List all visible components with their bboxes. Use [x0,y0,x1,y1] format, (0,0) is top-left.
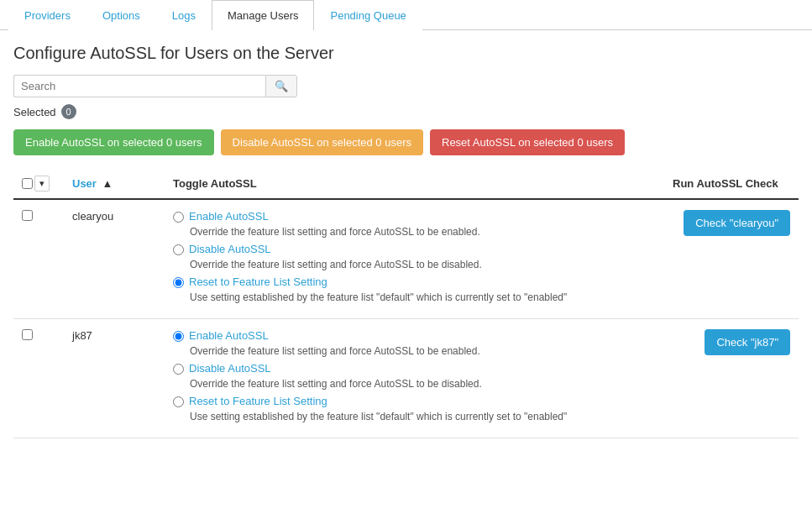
radio-desc-reset-jk87: Use setting established by the feature l… [190,411,656,422]
radio-enable-clearyou[interactable] [173,212,184,223]
radio-label-enable-jk87: Enable AutoSSL [189,329,269,342]
radio-desc-enable-jk87: Override the feature list setting and fo… [190,345,656,357]
radio-option-reset-jk87: Reset to Feature List Setting [173,395,656,407]
radio-disable-jk87[interactable] [173,364,184,375]
search-button[interactable]: 🔍 [265,75,297,97]
radio-option-disable-jk87: Disable AutoSSL [173,362,656,375]
users-table: ▾ User ▲ Toggle AutoSSL Run AutoSSL Chec… [13,169,799,438]
run-cell-clearyou: Check "clearyou" [664,199,799,319]
tab-options[interactable]: Options [86,0,156,30]
radio-desc-disable-jk87: Override the feature list setting and fo… [190,378,656,390]
run-cell-jk87: Check "jk87" [664,319,799,438]
radio-label-reset-clearyou: Reset to Feature List Setting [189,275,327,288]
th-toggle: Toggle AutoSSL [165,169,664,199]
selected-row: Selected 0 [13,104,799,119]
row-checkbox-cell-clearyou [13,199,64,319]
radio-disable-clearyou[interactable] [173,244,184,255]
radio-desc-disable-clearyou: Override the feature list setting and fo… [190,259,656,270]
radio-label-reset-jk87: Reset to Feature List Setting [189,395,327,407]
th-user[interactable]: User ▲ [64,169,165,199]
radio-enable-jk87[interactable] [173,331,184,342]
table-row: jk87Enable AutoSSLOverride the feature l… [13,319,799,438]
radio-desc-enable-clearyou: Override the feature list setting and fo… [190,226,656,238]
enable-autossl-button[interactable]: Enable AutoSSL on selected 0 users [13,129,214,155]
selected-label: Selected [13,106,56,118]
tab-pending-queue[interactable]: Pending Queue [314,0,422,30]
table-row: clearyouEnable AutoSSLOverride the featu… [13,199,799,319]
page-title: Configure AutoSSL for Users on the Serve… [13,44,799,63]
user-name-clearyou: clearyou [64,199,165,319]
user-col-header: User [72,177,97,190]
radio-reset-jk87[interactable] [173,396,184,407]
search-input[interactable] [13,75,265,97]
tab-manage-users[interactable]: Manage Users [212,0,315,30]
tab-bar: Providers Options Logs Manage Users Pend… [0,0,812,30]
selected-count-badge: 0 [61,104,76,119]
select-all-checkbox[interactable] [22,178,33,189]
search-row: 🔍 [13,75,799,97]
radio-label-disable-clearyou: Disable AutoSSL [189,243,271,255]
toggle-cell-jk87: Enable AutoSSLOverride the feature list … [165,319,664,438]
action-buttons: Enable AutoSSL on selected 0 users Disab… [13,129,799,155]
radio-option-disable-clearyou: Disable AutoSSL [173,243,656,255]
disable-autossl-button[interactable]: Disable AutoSSL on selected 0 users [221,129,423,155]
row-checkbox-jk87[interactable] [22,329,33,340]
user-name-jk87: jk87 [64,319,165,438]
radio-option-reset-clearyou: Reset to Feature List Setting [173,275,656,288]
check-button-clearyou[interactable]: Check "clearyou" [684,210,790,236]
radio-option-enable-clearyou: Enable AutoSSL [173,210,656,223]
sort-icon: ▲ [102,177,113,190]
th-run: Run AutoSSL Check [664,169,799,199]
tab-providers[interactable]: Providers [8,0,86,30]
check-button-jk87[interactable]: Check "jk87" [705,329,790,355]
radio-label-enable-clearyou: Enable AutoSSL [189,210,269,223]
main-content: Configure AutoSSL for Users on the Serve… [0,30,812,452]
radio-label-disable-jk87: Disable AutoSSL [189,362,271,375]
row-checkbox-clearyou[interactable] [22,210,33,221]
tab-logs[interactable]: Logs [156,0,212,30]
radio-option-enable-jk87: Enable AutoSSL [173,329,656,342]
radio-reset-clearyou[interactable] [173,277,184,288]
radio-desc-reset-clearyou: Use setting established by the feature l… [190,291,656,303]
reset-autossl-button[interactable]: Reset AutoSSL on selected 0 users [430,129,625,155]
th-select: ▾ [13,169,64,199]
select-dropdown-button[interactable]: ▾ [34,176,50,191]
row-checkbox-cell-jk87 [13,319,64,438]
toggle-cell-clearyou: Enable AutoSSLOverride the feature list … [165,199,664,319]
